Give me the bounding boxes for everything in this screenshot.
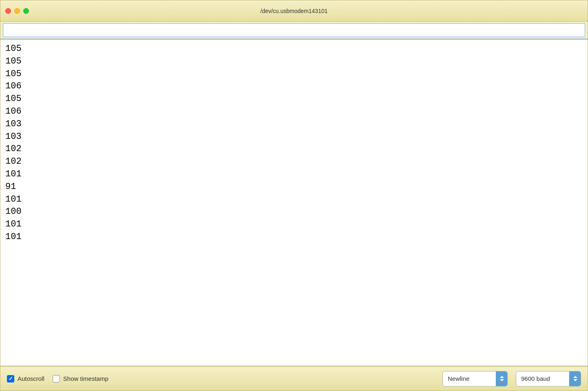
output-line: 101 — [5, 168, 583, 181]
output-line: 105 — [5, 43, 583, 55]
baud-select-button[interactable] — [569, 371, 581, 386]
window-title: /dev/cu.usbmodem143101 — [261, 8, 328, 14]
output-line: 105 — [5, 55, 583, 68]
baud-arrow-up-icon — [573, 376, 577, 378]
output-line: 102 — [5, 143, 583, 156]
newline-arrow-up-icon — [500, 376, 504, 378]
autoscroll-text: Autoscroll — [18, 375, 44, 382]
output-line: 105 — [5, 93, 583, 105]
output-line: 101 — [5, 218, 583, 231]
output-line: 102 — [5, 156, 583, 168]
baud-select-text: 9600 baud — [516, 373, 569, 384]
output-line: 101 — [5, 231, 583, 244]
input-area — [0, 22, 588, 40]
show-timestamp-checkbox[interactable] — [53, 375, 60, 382]
output-line: 106 — [5, 105, 583, 118]
maximize-button[interactable] — [23, 8, 29, 14]
show-timestamp-label[interactable]: Show timestamp — [53, 375, 108, 382]
baud-arrow-down-icon — [573, 379, 577, 381]
baud-select-container[interactable]: 9600 baud — [516, 371, 581, 387]
main-window: /dev/cu.usbmodem143101 10510510510610510… — [0, 0, 588, 391]
minimize-button[interactable] — [14, 8, 20, 14]
output-line: 91 — [5, 181, 583, 193]
traffic-lights — [5, 8, 29, 14]
toolbar: Autoscroll Show timestamp Newline 9600 b… — [0, 366, 588, 391]
output-line: 106 — [5, 80, 583, 93]
newline-select-text: Newline — [443, 373, 496, 384]
newline-select-button[interactable] — [496, 371, 507, 386]
title-bar: /dev/cu.usbmodem143101 — [0, 0, 588, 22]
serial-output: 1051051051061051061031031021021019110110… — [0, 40, 588, 366]
autoscroll-checkbox[interactable] — [7, 375, 14, 382]
close-button[interactable] — [5, 8, 11, 14]
show-timestamp-text: Show timestamp — [63, 375, 108, 382]
autoscroll-label[interactable]: Autoscroll — [7, 375, 44, 382]
output-line: 101 — [5, 193, 583, 206]
output-line: 103 — [5, 118, 583, 131]
newline-arrow-down-icon — [500, 379, 504, 381]
command-input[interactable] — [3, 23, 585, 37]
output-line: 100 — [5, 206, 583, 218]
output-line: 105 — [5, 68, 583, 81]
output-line: 103 — [5, 131, 583, 143]
newline-select-container[interactable]: Newline — [442, 371, 508, 387]
